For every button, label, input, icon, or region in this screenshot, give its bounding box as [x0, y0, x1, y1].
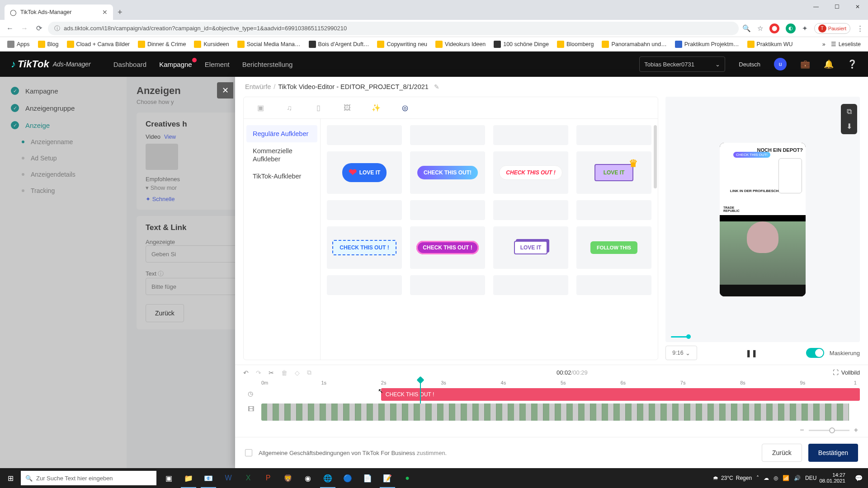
- app-obs-icon[interactable]: ◉: [298, 468, 317, 488]
- cat-commercial-stickers[interactable]: Kommerzielle Aufkleber: [246, 142, 317, 168]
- back-button[interactable]: Zurück: [146, 304, 184, 322]
- crop-icon[interactable]: ⧉: [307, 369, 311, 376]
- tray-volume-icon[interactable]: 🔊: [794, 475, 801, 481]
- zoom-in-button[interactable]: +: [854, 426, 858, 434]
- timeline-lane-video[interactable]: 🎞: [261, 404, 860, 422]
- confirm-button[interactable]: Bestätigen: [808, 444, 858, 462]
- clip-sticker[interactable]: CHECK THIS OUT !: [381, 388, 860, 401]
- redo-icon[interactable]: ↷: [256, 369, 261, 376]
- sidebar-item-anzeige[interactable]: ✓Anzeige: [0, 117, 127, 134]
- sticker-item[interactable]: [576, 125, 651, 145]
- nav-dashboard[interactable]: Dashboard: [113, 61, 146, 68]
- clip-video[interactable]: [261, 404, 860, 421]
- cat-regular-stickers[interactable]: Reguläre Aufkleber: [246, 125, 317, 142]
- sidebar-item-kampagne[interactable]: ✓Kampagne: [0, 82, 127, 99]
- app-explorer-icon[interactable]: 📁: [179, 468, 198, 488]
- sticker-item[interactable]: [493, 200, 568, 220]
- sidebar-sub-anzeigendetails[interactable]: Anzeigendetails: [0, 166, 127, 183]
- bookmark-item[interactable]: Praktikum WU: [745, 40, 796, 49]
- tab-image-icon[interactable]: 🖼: [341, 102, 353, 114]
- tiktok-logo[interactable]: ♪TikTok Ads-Manager: [11, 58, 91, 70]
- task-view-icon[interactable]: ▣: [159, 468, 178, 488]
- extension-icon[interactable]: ◐: [786, 23, 796, 33]
- close-icon[interactable]: ✕: [102, 9, 108, 16]
- nav-element[interactable]: Element: [205, 61, 230, 68]
- sidebar-sub-anzeigenname[interactable]: Anzeigenname: [0, 134, 127, 150]
- sticker-item[interactable]: [327, 200, 402, 220]
- tray-wifi-icon[interactable]: 📶: [783, 475, 789, 481]
- forward-button[interactable]: →: [19, 24, 30, 33]
- app-excel-icon[interactable]: X: [239, 468, 258, 488]
- breadcrumb-root[interactable]: Entwürfe: [245, 83, 271, 90]
- zoom-slider[interactable]: [809, 430, 849, 431]
- bookmark-item[interactable]: Panoramabahn und…: [599, 40, 669, 49]
- tray-location-icon[interactable]: ◎: [774, 475, 778, 481]
- nav-kampagne[interactable]: Kampagne: [159, 61, 192, 68]
- undo-icon[interactable]: ↶: [243, 369, 249, 376]
- zoom-icon[interactable]: 🔍: [742, 24, 751, 33]
- sticker-item[interactable]: ♛LOVE IT: [576, 151, 651, 194]
- app-mail-icon[interactable]: 📧: [199, 468, 218, 488]
- video-thumbnail[interactable]: [146, 144, 178, 170]
- sidebar-item-anzeigengruppe[interactable]: ✓Anzeigengruppe: [0, 99, 127, 117]
- fullscreen-button[interactable]: ⛶Vollbild: [833, 369, 860, 376]
- app-brave-icon[interactable]: 🦁: [278, 468, 297, 488]
- scrollbar[interactable]: [654, 125, 657, 188]
- sticker-item[interactable]: LOVE IT: [493, 226, 568, 269]
- delete-icon[interactable]: 🗑: [281, 369, 288, 376]
- back-button[interactable]: ←: [5, 24, 15, 33]
- sticker-item[interactable]: CHECK THIS OUT !: [410, 226, 485, 269]
- sticker-item[interactable]: [493, 125, 568, 145]
- taskbar-search[interactable]: 🔍 Zur Suche Text hier eingeben: [21, 471, 156, 485]
- extension-icon[interactable]: ⬤: [769, 23, 779, 33]
- bookmark-item[interactable]: 100 schöne Dinge: [491, 40, 552, 49]
- reload-button[interactable]: ⟳: [33, 24, 44, 33]
- app-generic-icon[interactable]: 📄: [358, 468, 377, 488]
- tab-text-icon[interactable]: ▯: [312, 102, 324, 114]
- bookmark-item[interactable]: Dinner & Crime: [135, 40, 189, 49]
- cat-tiktok-stickers[interactable]: TikTok-Aufkleber: [246, 168, 317, 185]
- sticker-item[interactable]: CHECK THIS OUT!: [410, 151, 485, 194]
- sidebar-sub-tracking[interactable]: Tracking: [0, 183, 127, 199]
- tab-video-icon[interactable]: ▣: [255, 102, 266, 114]
- help-icon[interactable]: ❔: [847, 59, 857, 69]
- erase-icon[interactable]: ◇: [295, 369, 300, 376]
- account-select[interactable]: Tobias Becker0731 ⌄: [639, 56, 725, 72]
- taskbar-weather[interactable]: 🌧 23°C Regen: [713, 475, 752, 481]
- bookmark-item[interactable]: Videokurs Ideen: [433, 40, 488, 49]
- cut-icon[interactable]: ✂: [269, 369, 274, 376]
- pause-icon[interactable]: ❚❚: [745, 349, 757, 357]
- app-spotify-icon[interactable]: ●: [398, 468, 417, 488]
- app-word-icon[interactable]: W: [219, 468, 238, 488]
- timeline-ruler[interactable]: 0m 1s 2s 3s 4s 5s 6s 7s 8s 9s 1: [261, 379, 860, 388]
- back-button[interactable]: Zurück: [762, 444, 802, 462]
- language-select[interactable]: Deutsch: [739, 61, 760, 68]
- bookmark-item[interactable]: Praktikum Projektm…: [672, 40, 742, 49]
- sticker-item[interactable]: [410, 275, 485, 295]
- sticker-item[interactable]: [576, 275, 651, 295]
- terms-checkbox[interactable]: [245, 449, 252, 456]
- download-icon[interactable]: ⬇: [846, 122, 852, 131]
- zoom-out-button[interactable]: −: [800, 426, 804, 434]
- bookmark-item[interactable]: Bloomberg: [554, 40, 596, 49]
- masking-toggle[interactable]: [806, 348, 824, 358]
- taskbar-clock[interactable]: 14:27 08.01.2021: [819, 472, 845, 484]
- bookmark-item[interactable]: Bois d'Argent Duft…: [306, 40, 372, 49]
- timeline-lane-sticker[interactable]: ◷ CHECK THIS OUT ! ↖: [261, 388, 860, 401]
- url-bar[interactable]: ⓘ ads.tiktok.com/i18n/campaign/ad/creati…: [48, 22, 739, 35]
- sticker-item[interactable]: [327, 275, 402, 295]
- sticker-item[interactable]: CHECK THIS OUT !: [493, 151, 568, 194]
- sticker-item[interactable]: [410, 200, 485, 220]
- bookmark-item[interactable]: Social Media Mana…: [235, 40, 303, 49]
- close-panel-button[interactable]: ✕: [217, 82, 233, 99]
- sticker-item[interactable]: CHECK THIS OUT !: [327, 226, 402, 269]
- tab-music-icon[interactable]: ♫: [283, 102, 295, 114]
- window-minimize-button[interactable]: —: [806, 0, 826, 14]
- bell-icon[interactable]: 🔔: [824, 59, 834, 69]
- aspect-ratio-select[interactable]: 9:16⌄: [665, 346, 697, 360]
- tray-chevron-icon[interactable]: ˄: [756, 475, 759, 481]
- browser-tab[interactable]: ◯ TikTok Ads-Manager ✕: [5, 5, 113, 20]
- sticker-item[interactable]: [410, 125, 485, 145]
- window-maximize-button[interactable]: ☐: [826, 0, 847, 14]
- avatar[interactable]: u: [774, 58, 787, 70]
